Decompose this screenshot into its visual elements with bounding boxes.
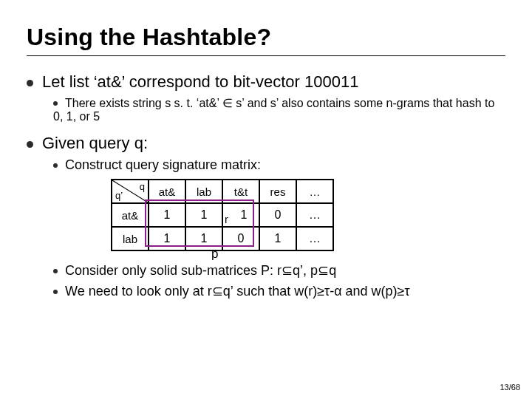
bullet-text: Let list ‘at&’ correspond to bit-vector … xyxy=(42,72,358,91)
bullet-text: There exists string s s. t. ‘at&’ ∈ s’ a… xyxy=(53,97,494,123)
q-label: q xyxy=(140,181,145,192)
col-header: … xyxy=(296,180,333,203)
bullet-dot-icon xyxy=(53,101,58,106)
cell: … xyxy=(296,203,333,227)
cell-value: 1 xyxy=(241,208,248,221)
bullet-text: We need to look only at r⊆q’ such that w… xyxy=(65,284,410,299)
bullet-text: Given query q: xyxy=(42,134,148,152)
content-list: Let list ‘at&’ correspond to bit-vector … xyxy=(27,72,505,299)
r-label: r xyxy=(225,213,228,225)
cell: … xyxy=(296,227,333,250)
slide: Using the Hashtable? Let list ‘at&’ corr… xyxy=(0,0,532,317)
matrix-table: q’ q at& lab t&t res … at& xyxy=(111,179,334,251)
bullet-dot-icon xyxy=(53,290,58,294)
subbullet-there-exists: There exists string s s. t. ‘at&’ ∈ s’ a… xyxy=(53,96,505,123)
subbullet-consider: Consider only solid sub-matrices P: r⊆q’… xyxy=(53,262,505,279)
row-header: at& xyxy=(112,203,149,227)
cell: 1 xyxy=(259,227,296,250)
cell: 1 xyxy=(149,203,185,227)
slide-title: Using the Hashtable? xyxy=(27,24,505,56)
matrix-table-wrap: q’ q at& lab t&t res … at& xyxy=(111,179,334,251)
row-header: lab xyxy=(112,227,149,250)
col-header: at& xyxy=(149,180,185,203)
bullet-text: Consider only solid sub-matrices P: r⊆q’… xyxy=(65,263,336,278)
bullet-dot-icon xyxy=(27,80,33,86)
subbullet-construct: Construct query signature matrix: q’ q a… xyxy=(53,157,505,258)
bullet-dot-icon xyxy=(27,141,33,148)
col-header: lab xyxy=(185,180,222,203)
bullet-let-list: Let list ‘at&’ correspond to bit-vector … xyxy=(27,72,505,123)
qprime-label: q’ xyxy=(115,190,123,201)
cell: 0 xyxy=(259,203,296,227)
page-number: 13/68 xyxy=(499,383,520,392)
cell: 0 xyxy=(222,227,259,250)
cell: 1 xyxy=(149,227,185,250)
col-header: res xyxy=(259,180,296,203)
matrix-corner-cell: q’ q xyxy=(112,180,149,203)
bullet-dot-icon xyxy=(53,269,58,273)
bullet-text: Construct query signature matrix: xyxy=(65,157,261,172)
bullet-dot-icon xyxy=(53,163,58,168)
cell: 1 r xyxy=(222,203,259,227)
bullet-given-query: Given query q: Construct query signature… xyxy=(27,134,505,299)
p-label: p xyxy=(211,247,218,262)
subbullet-need: We need to look only at r⊆q’ such that w… xyxy=(53,283,505,299)
col-header: t&t xyxy=(222,180,259,203)
cell: 1 xyxy=(185,203,222,227)
